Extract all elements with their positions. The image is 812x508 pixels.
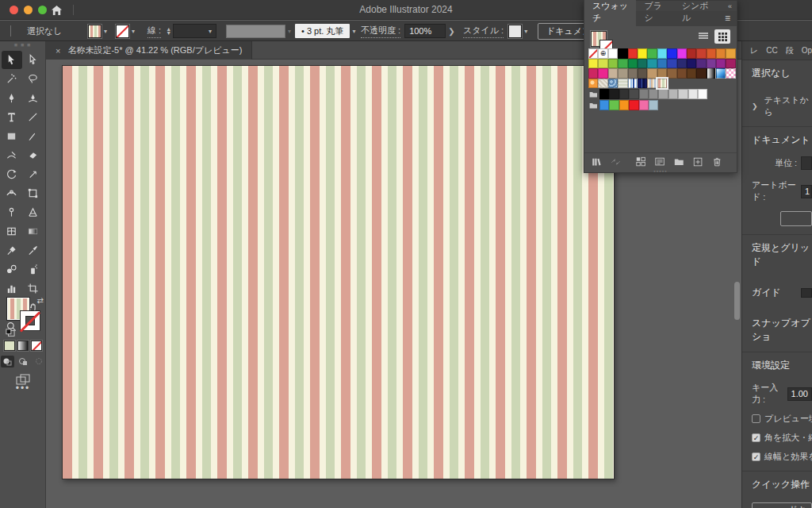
swatch[interactable]	[588, 48, 598, 59]
checkbox-unchecked-icon[interactable]	[752, 414, 760, 423]
swatch[interactable]	[608, 79, 618, 89]
stroke-color-swatch[interactable]	[116, 25, 129, 38]
tool-paintbrush[interactable]	[23, 127, 44, 145]
tool-pen[interactable]	[2, 89, 22, 107]
new-color-group-icon[interactable]	[673, 156, 685, 167]
brush-definition-select[interactable]: • 3 pt. 丸筆	[295, 24, 350, 38]
opacity-more-icon[interactable]: ❯	[448, 27, 454, 36]
gradient-button[interactable]	[17, 341, 29, 351]
swatches-tab-シンボル[interactable]: シンボル	[674, 0, 718, 26]
swatch[interactable]	[628, 48, 638, 59]
swatch[interactable]	[726, 59, 735, 69]
unit-select[interactable]	[801, 156, 812, 170]
guide-color-well[interactable]	[801, 288, 812, 298]
artboard-count-field[interactable]: 1	[801, 185, 812, 198]
swatch[interactable]	[628, 59, 638, 69]
swatch[interactable]	[598, 59, 607, 69]
swatch[interactable]	[588, 68, 598, 79]
tool-puppet-warp[interactable]	[2, 203, 22, 221]
swatch[interactable]	[618, 48, 627, 59]
swatch[interactable]	[618, 59, 627, 69]
default-fill-stroke-icon[interactable]	[6, 329, 15, 337]
swatches-tab-スウォッチ[interactable]: スウォッチ	[584, 0, 636, 26]
key-input-field[interactable]: 1.00	[787, 387, 812, 401]
swap-fill-stroke-icon[interactable]: ⇄	[37, 296, 44, 305]
dock-tab-paragraph[interactable]: 段	[786, 45, 794, 56]
color-group-folder-icon[interactable]	[588, 100, 599, 110]
swatch[interactable]	[639, 100, 649, 110]
swatch[interactable]	[678, 89, 688, 99]
tool-lasso[interactable]	[23, 70, 44, 88]
document-tab[interactable]: × 名称未設定-5* @ 41.22 % (RGB/プレビュー)	[46, 41, 252, 60]
swatch-options-icon[interactable]	[654, 156, 666, 167]
draw-behind-icon[interactable]	[17, 356, 30, 368]
swatch[interactable]	[667, 48, 676, 59]
tool-scale[interactable]	[23, 165, 44, 183]
swatch[interactable]	[657, 59, 667, 69]
tool-selection[interactable]	[2, 51, 22, 69]
tool-gradient[interactable]	[23, 222, 44, 241]
tool-column-graph[interactable]	[2, 279, 22, 298]
checkbox-row[interactable]: プレビュー境	[752, 413, 812, 425]
swatch[interactable]	[647, 59, 657, 69]
swatch[interactable]	[638, 59, 647, 69]
swatch[interactable]	[687, 68, 696, 79]
brush-chevron-down-icon[interactable]: ▾	[352, 28, 355, 35]
swatch[interactable]	[716, 59, 726, 69]
swatch[interactable]	[628, 79, 638, 89]
tool-width[interactable]	[2, 184, 22, 202]
swatch[interactable]	[629, 89, 638, 99]
tool-direct-selection[interactable]	[23, 51, 44, 69]
stroke-weight-stepper[interactable]: ▲▼	[166, 27, 171, 35]
tool-perspective-grid[interactable]	[23, 203, 44, 221]
swatch[interactable]	[667, 59, 676, 69]
swatch[interactable]	[716, 48, 726, 59]
swatch[interactable]	[657, 79, 667, 89]
tab-close-icon[interactable]: ×	[56, 46, 60, 56]
stroke-weight-label[interactable]: 線 :	[147, 25, 161, 38]
edit-toolbar-icon[interactable]: •••	[0, 383, 46, 394]
opacity-field[interactable]: 100%	[404, 24, 446, 38]
stroke-weight-field[interactable]: ▾	[173, 24, 216, 38]
tool-line-segment[interactable]	[23, 108, 44, 126]
swatch[interactable]	[618, 79, 627, 89]
checkbox-checked-icon[interactable]: ✓	[752, 452, 760, 461]
swatch[interactable]	[588, 79, 598, 89]
swatch[interactable]	[638, 68, 647, 79]
list-view-icon[interactable]	[695, 29, 711, 44]
tool-rectangle[interactable]	[2, 127, 22, 145]
stroke-chevron-down-icon[interactable]: ▾	[132, 28, 135, 35]
swatch[interactable]	[599, 89, 609, 99]
swatch[interactable]	[696, 48, 706, 59]
artboard-striped-pattern[interactable]	[62, 65, 615, 479]
swatch[interactable]	[657, 68, 667, 79]
swatch[interactable]	[608, 68, 618, 79]
swatch[interactable]	[639, 89, 649, 99]
swatch[interactable]	[598, 68, 607, 79]
tool-free-transform[interactable]	[23, 184, 44, 202]
swatch[interactable]: ⊕	[598, 48, 607, 59]
tool-mesh[interactable]	[2, 222, 22, 241]
swatch[interactable]	[647, 48, 657, 59]
tool-curvature[interactable]	[23, 89, 44, 107]
swatch[interactable]	[628, 68, 638, 79]
swatch[interactable]	[726, 68, 735, 79]
tool-type[interactable]	[2, 108, 22, 126]
vertical-scrollbar-thumb[interactable]	[734, 282, 740, 320]
swatch[interactable]	[657, 48, 667, 59]
swatch[interactable]	[677, 48, 687, 59]
swatch[interactable]	[677, 59, 687, 69]
fill-chevron-down-icon[interactable]: ▾	[104, 28, 107, 35]
swatch[interactable]	[677, 68, 687, 79]
swatches-tab-ブラシ[interactable]: ブラシ	[636, 0, 673, 26]
swatch[interactable]	[707, 68, 716, 79]
swatch[interactable]	[726, 48, 735, 59]
dock-tab-layers[interactable]: レ	[750, 45, 758, 56]
checkbox-row[interactable]: ✓角を拡大・縮	[752, 432, 812, 444]
swatch[interactable]	[649, 100, 658, 110]
swatch[interactable]	[658, 89, 668, 99]
style-label[interactable]: スタイル :	[463, 25, 504, 38]
tool-rotate[interactable]	[2, 165, 22, 183]
swatch[interactable]	[608, 59, 618, 69]
swatch[interactable]	[707, 59, 716, 69]
